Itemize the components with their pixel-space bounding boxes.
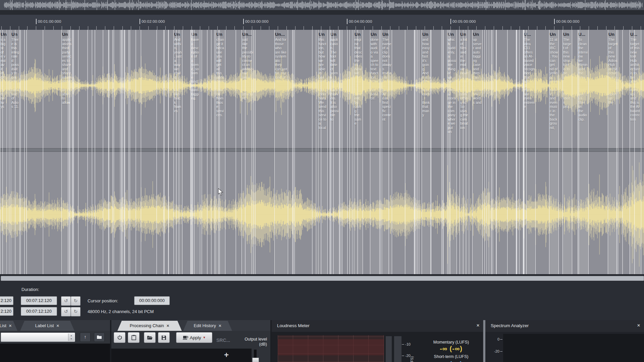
waveform-canvas[interactable] xyxy=(0,30,644,274)
spectrum-plot-area xyxy=(503,334,644,362)
ruler-minor-tick xyxy=(563,26,563,30)
ruler-minor-tick xyxy=(70,26,71,30)
ruler-minor-tick xyxy=(183,26,183,30)
tab-list[interactable]: List✕ xyxy=(0,321,17,331)
ruler-minor-tick xyxy=(433,26,434,30)
output-level-slider-handle[interactable] xyxy=(252,358,259,362)
save-chain-button[interactable] xyxy=(158,332,170,343)
audio-format-info: 48000 Hz, 2 channels, 24 bit PCM xyxy=(88,309,154,314)
status-bar: Duration: 2:120 2:120 00:07:12:120 00:07… xyxy=(0,282,644,320)
add-plugin-button[interactable]: + xyxy=(224,351,229,359)
duration-field-2[interactable]: 00:07:12:120 xyxy=(21,307,57,316)
ruler-minor-tick xyxy=(442,26,442,30)
apply-dropdown-icon[interactable]: ▼ xyxy=(203,336,206,339)
ruler-minor-tick xyxy=(589,26,589,30)
ruler-minor-tick xyxy=(140,26,140,30)
clipboard-icon xyxy=(131,335,136,340)
up-button[interactable]: ↑ xyxy=(80,333,91,342)
overview-waveform-canvas[interactable] xyxy=(0,0,644,10)
audio-editor-window: { "timeline": { "minor_spacing": 25.75, … xyxy=(0,0,644,362)
ruler-minor-tick xyxy=(200,26,200,30)
close-icon[interactable]: ✕ xyxy=(9,324,12,328)
ruler-minor-tick xyxy=(606,26,606,30)
redo-button[interactable]: ↻ xyxy=(71,296,80,306)
ruler-minor-tick xyxy=(614,26,615,30)
loudness-meter-bar-left xyxy=(386,336,392,362)
ruler-minor-tick xyxy=(114,26,114,30)
ruler-minor-tick xyxy=(295,26,296,30)
undo-button[interactable]: ↺ xyxy=(61,296,71,306)
scrollbar-thumb[interactable] xyxy=(1,276,644,281)
selection-end-field[interactable]: 2:120 xyxy=(0,307,13,316)
scale-tick xyxy=(500,351,502,352)
close-icon[interactable]: ✕ xyxy=(637,323,640,328)
duration-field-1[interactable]: 00:07:12:120 xyxy=(21,296,57,305)
ruler-minor-tick xyxy=(19,26,19,30)
ruler-minor-tick xyxy=(304,26,304,30)
undo-button-2[interactable]: ↺ xyxy=(61,307,71,316)
ruler-minor-tick xyxy=(338,26,338,30)
close-icon[interactable]: ✕ xyxy=(56,324,60,328)
chain-content[interactable]: + xyxy=(111,349,252,362)
selection-start-field[interactable]: 2:120 xyxy=(0,296,13,305)
ruler-minor-tick xyxy=(278,26,278,30)
close-icon[interactable]: ✕ xyxy=(476,323,480,328)
ruler-minor-tick xyxy=(597,26,598,30)
close-icon[interactable]: ✕ xyxy=(218,324,222,328)
tab-label-list[interactable]: Label List✕ xyxy=(20,321,74,331)
spectrum-titlebar: Spectrum Analyzer ✕ xyxy=(485,320,644,332)
ruler-minor-tick xyxy=(554,26,554,30)
ruler-major-tick xyxy=(554,19,555,24)
ruler-minor-tick xyxy=(27,26,28,30)
ruler-minor-tick xyxy=(36,26,36,30)
label-filter-select[interactable]: ▲ ▼ xyxy=(1,333,75,342)
waveform-area[interactable]: Uns a big st of e v eat av it et. Of ou … xyxy=(0,30,644,274)
timeline-ruler[interactable]: 00:01:00:00000:02:00:00000:03:00:00000:0… xyxy=(0,15,644,30)
short-term-value: -∞ (-∞) xyxy=(423,360,480,362)
loudness-axis-label: Sum (LUFS) xyxy=(410,356,414,362)
short-term-label: Short-term (LUFS) xyxy=(423,354,480,359)
ruler-minor-tick xyxy=(580,26,580,30)
ruler-time-label: 00:06:00:000 xyxy=(556,19,580,23)
ruler-time-label: 00:05:00:000 xyxy=(452,19,476,23)
tab-edit-history[interactable]: Edit History✕ xyxy=(183,321,232,331)
ruler-minor-tick xyxy=(356,26,356,30)
src-step-label[interactable]: SRC... xyxy=(216,338,230,343)
loudness-meter-panel: Loudness Meter ✕ -10 -20 Sum (LUFS) Mome… xyxy=(272,320,483,362)
close-icon[interactable]: ✕ xyxy=(166,324,170,328)
ruler-minor-tick xyxy=(632,26,632,30)
spectrum-title: Spectrum Analyzer xyxy=(491,323,529,328)
ruler-minor-tick xyxy=(416,26,416,30)
horizontal-scrollbar[interactable] xyxy=(0,274,644,282)
save-icon xyxy=(161,335,166,340)
label-list-content[interactable] xyxy=(0,344,110,362)
ruler-major-tick xyxy=(243,19,244,24)
ruler-minor-tick xyxy=(53,26,54,30)
ruler-minor-tick xyxy=(217,26,218,30)
ruler-minor-tick xyxy=(485,26,485,30)
processing-chain-panel: Processing Chain✕ Edit History✕ xyxy=(111,320,270,362)
output-level-label: Output level (dB) xyxy=(242,337,267,347)
ruler-minor-tick xyxy=(226,26,226,30)
ruler-minor-tick xyxy=(286,26,287,30)
open-folder-button[interactable] xyxy=(94,333,105,342)
master-bypass-button[interactable] xyxy=(114,332,125,343)
ruler-minor-tick xyxy=(407,26,408,30)
apply-button[interactable]: Apply ▼ xyxy=(176,332,212,343)
ruler-minor-tick xyxy=(234,26,235,30)
cursor-position-field[interactable]: 00:00:00:000 xyxy=(134,296,170,305)
spinner-icon[interactable]: ▲ ▼ xyxy=(68,334,74,341)
ruler-minor-tick xyxy=(79,26,79,30)
redo-button-2[interactable]: ↻ xyxy=(71,307,80,316)
ruler-minor-tick xyxy=(122,26,123,30)
ruler-minor-tick xyxy=(269,26,269,30)
ruler-minor-tick xyxy=(425,26,425,30)
ruler-major-tick xyxy=(140,19,140,24)
ruler-minor-tick xyxy=(10,26,10,30)
paste-chain-button[interactable] xyxy=(128,332,140,343)
mouse-cursor xyxy=(218,188,225,196)
tab-processing-chain[interactable]: Processing Chain✕ xyxy=(117,321,182,331)
load-chain-button[interactable] xyxy=(144,332,156,343)
ruler-minor-tick xyxy=(157,26,157,30)
ruler-minor-tick xyxy=(381,26,382,30)
